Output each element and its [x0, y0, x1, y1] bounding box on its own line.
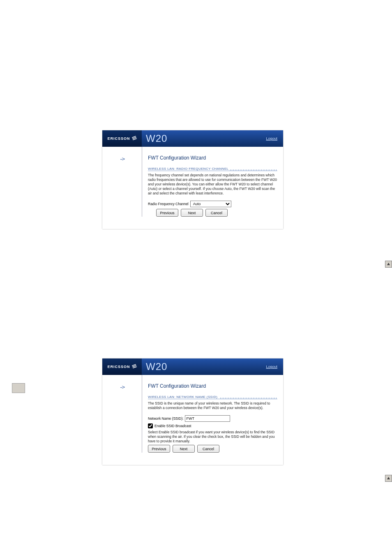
svg-marker-7: [387, 477, 390, 479]
scroll-up-icon[interactable]: [385, 475, 392, 482]
previous-button[interactable]: Previous: [148, 445, 170, 453]
section-description: The frequency channel set depends on nat…: [148, 173, 277, 196]
logout-link[interactable]: Logout: [266, 365, 277, 369]
product-name: W20: [146, 361, 167, 372]
ericsson-bars-icon: [132, 364, 137, 370]
header-right: W20 Logout: [142, 130, 283, 147]
panel-header: ERICSSON W20 Logout: [102, 358, 283, 375]
product-name: W20: [146, 133, 167, 144]
brand-cell: ERICSSON: [102, 130, 142, 147]
section-heading-text: WIRELESS LAN: RADIO FREQUENCY CHANNEL: [148, 167, 230, 171]
ssid-broadcast-note: Select Enable SSID broadcast if you want…: [148, 430, 277, 444]
wizard-side: ···>: [102, 375, 142, 453]
wizard-title: FWT Configuration Wizard: [148, 155, 277, 161]
brand-text: ERICSSON: [107, 365, 130, 369]
router-panel-rf-channel: ERICSSON W20 Logout ···> FWT Configurati…: [102, 130, 283, 229]
next-button[interactable]: Next: [181, 209, 203, 217]
section-heading-text: WIRELESS LAN: NETWORK NAME (SSID): [148, 395, 219, 399]
ericsson-bars-icon: [132, 136, 137, 141]
brand-cell: ERICSSON: [102, 358, 142, 375]
next-button[interactable]: Next: [173, 445, 195, 453]
section-heading: WIRELESS LAN: NETWORK NAME (SSID): [148, 395, 277, 400]
wizard-title: FWT Configuration Wizard: [148, 383, 277, 389]
cancel-button[interactable]: Cancel: [197, 445, 219, 453]
wizard-arrow-icon: ···>: [120, 384, 124, 390]
rf-channel-select[interactable]: Auto: [190, 201, 231, 207]
ssid-input[interactable]: [185, 415, 230, 422]
enable-ssid-broadcast-label: Enable SSID Broadcast: [154, 424, 191, 428]
ssid-label: Network Name (SSID):: [148, 416, 183, 421]
wizard-side: ···>: [102, 147, 142, 217]
header-right: W20 Logout: [142, 358, 283, 375]
scroll-up-icon[interactable]: [385, 261, 392, 268]
enable-ssid-broadcast-checkbox[interactable]: [148, 423, 153, 428]
rf-channel-label: Radio Frequency Channel: [148, 202, 189, 206]
section-description: The SSID is the unique name of your wire…: [148, 401, 277, 410]
brand-text: ERICSSON: [107, 136, 130, 141]
previous-button[interactable]: Previous: [156, 209, 178, 217]
wizard-arrow-icon: ···>: [120, 156, 124, 162]
logout-link[interactable]: Logout: [266, 136, 277, 141]
section-heading: WIRELESS LAN: RADIO FREQUENCY CHANNEL: [148, 166, 277, 171]
cancel-button[interactable]: Cancel: [205, 209, 228, 217]
svg-marker-6: [387, 263, 390, 265]
stray-box: [12, 383, 25, 393]
router-panel-ssid: ERICSSON W20 Logout ···> FWT Configurati…: [102, 358, 283, 465]
panel-header: ERICSSON W20 Logout: [102, 130, 283, 147]
